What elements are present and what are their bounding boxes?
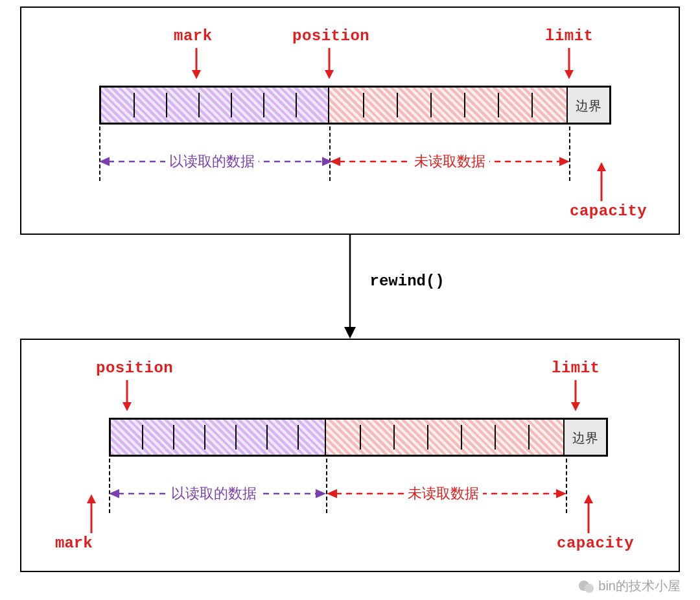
- position-label: position: [292, 27, 369, 45]
- watermark: bin的技术小屋: [578, 577, 681, 595]
- boundary-label: 边界: [572, 429, 598, 447]
- mark-label: mark: [174, 27, 213, 45]
- arrow-down-icon: [117, 380, 137, 413]
- capacity-label: capacity: [570, 202, 647, 220]
- arrow-down-icon: [340, 235, 360, 339]
- read-range-label: 以读取的数据: [167, 484, 261, 503]
- svg-marker-3: [325, 70, 334, 79]
- svg-marker-26: [316, 489, 326, 498]
- transition-label: rewind(): [370, 272, 445, 290]
- arrow-up-icon: [592, 162, 611, 201]
- before-panel: mark position limit capacity 边界 以读取的数据 未…: [20, 6, 680, 235]
- position-label: position: [96, 359, 173, 377]
- svg-marker-25: [109, 489, 119, 498]
- arrow-down-icon: [187, 48, 206, 80]
- svg-marker-5: [565, 70, 574, 79]
- unread-range-label: 未读取数据: [404, 484, 483, 503]
- buffer-unread-region: [326, 420, 564, 455]
- wechat-icon: [578, 578, 594, 595]
- after-panel: position limit mark capacity 边界 以读取的数据 未…: [20, 339, 680, 572]
- arrow-up-icon: [579, 494, 598, 533]
- buffer-read-region: [111, 420, 326, 455]
- svg-marker-21: [87, 494, 96, 503]
- svg-marker-7: [597, 162, 606, 171]
- arrow-down-icon: [559, 48, 579, 80]
- mark-label: mark: [55, 534, 93, 552]
- read-range-label: 以读取的数据: [165, 152, 259, 171]
- svg-marker-28: [327, 489, 337, 498]
- svg-point-31: [585, 584, 594, 593]
- limit-label: limit: [552, 359, 600, 377]
- unread-range-label: 未读取数据: [410, 152, 489, 171]
- arrow-down-icon: [566, 380, 585, 413]
- watermark-text: bin的技术小屋: [598, 577, 681, 595]
- svg-marker-23: [584, 494, 593, 503]
- svg-marker-29: [556, 489, 566, 498]
- buffer-read-region: [101, 88, 329, 123]
- buffer-before: [99, 86, 611, 125]
- buffer-after: [109, 418, 608, 457]
- arrow-up-icon: [82, 494, 101, 533]
- svg-marker-13: [559, 157, 570, 166]
- arrow-down-icon: [320, 48, 339, 80]
- svg-marker-9: [99, 157, 110, 166]
- svg-marker-17: [122, 402, 132, 411]
- transition: rewind(): [20, 235, 680, 339]
- svg-marker-15: [344, 327, 356, 339]
- capacity-label: capacity: [557, 534, 634, 552]
- limit-label: limit: [545, 27, 594, 45]
- svg-marker-12: [330, 157, 340, 166]
- buffer-unread-region: [329, 88, 567, 123]
- svg-marker-19: [571, 402, 580, 411]
- svg-marker-1: [192, 70, 201, 79]
- boundary-label: 边界: [576, 97, 601, 115]
